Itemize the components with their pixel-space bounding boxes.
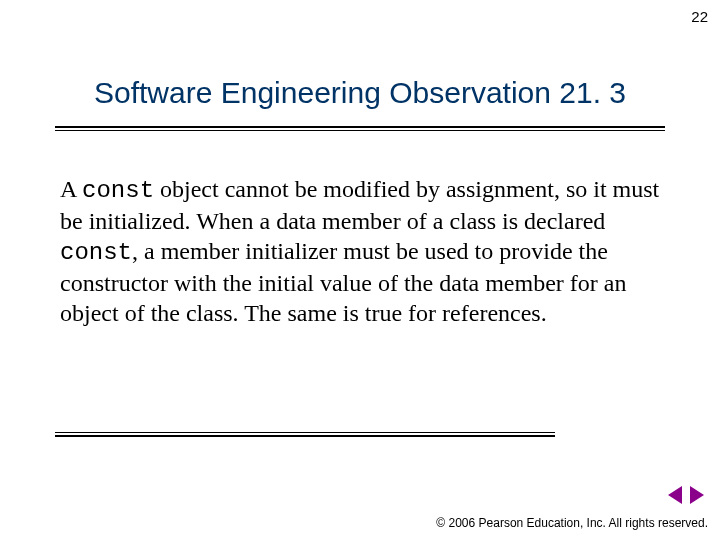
- copyright-text: © 2006 Pearson Education, Inc. All right…: [436, 516, 708, 530]
- horizontal-rule-bottom: [55, 432, 555, 437]
- horizontal-rule-top: [55, 126, 665, 131]
- body-text-3: , a member initializer must be used to p…: [60, 238, 626, 326]
- next-arrow-icon[interactable]: [690, 486, 704, 504]
- nav-controls: [668, 486, 704, 504]
- body-paragraph: A const object cannot be modified by ass…: [60, 174, 670, 328]
- slide-title: Software Engineering Observation 21. 3: [0, 76, 720, 110]
- page-number: 22: [691, 8, 708, 25]
- keyword-const-1: const: [82, 177, 154, 204]
- prev-arrow-icon[interactable]: [668, 486, 682, 504]
- body-text-1: A: [60, 176, 82, 202]
- keyword-const-2: const: [60, 239, 132, 266]
